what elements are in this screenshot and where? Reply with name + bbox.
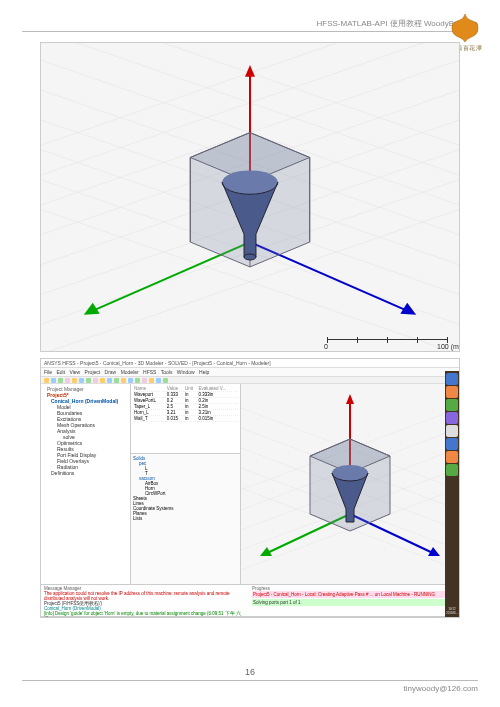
toolbar-icon[interactable]	[163, 378, 168, 383]
toolbar-row-1[interactable]	[41, 377, 459, 384]
toolbar-icon[interactable]	[65, 378, 70, 383]
message-panel: Message Manager The application could no…	[41, 584, 459, 616]
footer-divider	[22, 680, 478, 681]
menu-draw[interactable]: Draw	[105, 369, 117, 375]
scale-end: 100 (mm)	[437, 343, 460, 350]
taskbar-icon[interactable]	[446, 438, 458, 450]
figure-3d-top: 0 100 (mm)	[40, 42, 460, 352]
toolbar-icon[interactable]	[128, 378, 133, 383]
msg-line: [info] Design 'guide' for object 'Horn' …	[44, 611, 248, 618]
menu-view[interactable]: View	[69, 369, 80, 375]
svg-point-28	[244, 254, 256, 260]
logo-icon	[448, 12, 482, 44]
windows-taskbar[interactable]: 18:22 2018/6/...	[445, 371, 459, 617]
taskbar-icon[interactable]	[446, 425, 458, 437]
svg-marker-17	[245, 65, 255, 77]
hfss-screenshot: ANSYS HFSS - Project5 - Conical_Horn - 3…	[40, 358, 460, 618]
taskbar-clock: 18:22 2018/6/...	[446, 607, 458, 615]
toolbar-icon[interactable]	[142, 378, 147, 383]
tree-design[interactable]: Conical_Horn (DrivenModal)	[43, 398, 128, 404]
project-tree[interactable]: Project Manager Project5* Conical_Horn (…	[41, 384, 131, 584]
footer-email: tinywoody@126.com	[404, 684, 478, 693]
taskbar-icon[interactable]	[446, 386, 458, 398]
taskbar-icon[interactable]	[446, 412, 458, 424]
toolbar-icon[interactable]	[72, 378, 77, 383]
toolbar-icon[interactable]	[44, 378, 49, 383]
scale-start: 0	[324, 343, 328, 350]
taskbar-icon[interactable]	[446, 451, 458, 463]
toolbar-icon[interactable]	[58, 378, 63, 383]
progress-title: Project5 - Conical_Horn - Local: Creatin…	[252, 591, 456, 598]
toolbar-icon[interactable]	[79, 378, 84, 383]
table-row: Wall_T0.015in0.015in	[133, 416, 238, 422]
toolbar-icon[interactable]	[114, 378, 119, 383]
toolbar-icon[interactable]	[107, 378, 112, 383]
menubar[interactable]: File Edit View Project Draw Modeler HFSS…	[41, 368, 459, 377]
model-viewport[interactable]	[241, 384, 459, 584]
msg-line: The application could not resolve the IP…	[44, 591, 248, 601]
menu-file[interactable]: File	[44, 369, 52, 375]
toolbar-icon[interactable]	[86, 378, 91, 383]
menu-hfss[interactable]: HFSS	[143, 369, 156, 375]
menu-project[interactable]: Project	[85, 369, 101, 375]
params-table[interactable]: NameValueUnitEvaluated V... Waveport0.33…	[131, 384, 240, 454]
menu-window[interactable]: Window	[177, 369, 195, 375]
page-header: HFSS-MATLAB-API 使用教程 WoodyBuendia	[22, 18, 478, 32]
taskbar-icon[interactable]	[446, 373, 458, 385]
page-number: 16	[0, 667, 500, 677]
taskbar-icon[interactable]	[446, 464, 458, 476]
toolbar-icon[interactable]	[93, 378, 98, 383]
menu-tools[interactable]: Tools	[161, 369, 173, 375]
menu-help[interactable]: Help	[199, 369, 209, 375]
toolbar-icon[interactable]	[51, 378, 56, 383]
window-title: ANSYS HFSS - Project5 - Conical_Horn - 3…	[41, 359, 459, 368]
svg-marker-40	[346, 394, 354, 404]
design-list[interactable]: Solids pec L T vacuum AirBox Horn CircWP…	[131, 454, 240, 584]
toolbar-icon[interactable]	[100, 378, 105, 383]
tree-item[interactable]: Definitions	[43, 470, 128, 476]
progress-bar: Solving ports port 1 of 1	[252, 599, 456, 606]
list-item[interactable]: Lists	[133, 516, 238, 521]
middle-panels: NameValueUnitEvaluated V... Waveport0.33…	[131, 384, 241, 584]
taskbar-icon[interactable]	[446, 399, 458, 411]
scale-bar: 0 100 (mm)	[327, 339, 447, 343]
toolbar-icon[interactable]	[149, 378, 154, 383]
toolbar-icon[interactable]	[121, 378, 126, 383]
menu-edit[interactable]: Edit	[56, 369, 65, 375]
menu-modeler[interactable]: Modeler	[121, 369, 139, 375]
toolbar-icon[interactable]	[156, 378, 161, 383]
toolbar-icon[interactable]	[135, 378, 140, 383]
